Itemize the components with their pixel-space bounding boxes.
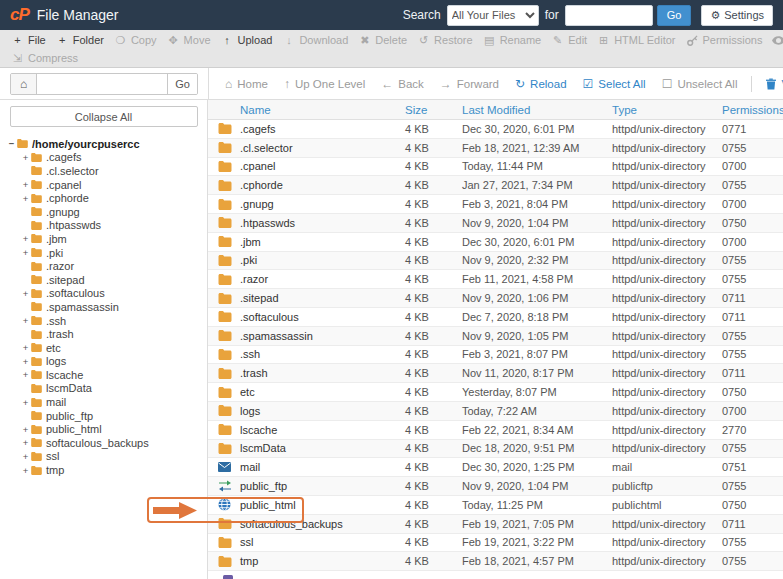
collapse-all-button[interactable]: Collapse All bbox=[10, 106, 198, 127]
tree-item-etc[interactable]: +etc bbox=[20, 341, 207, 355]
toolbar-button-folder[interactable]: +Folder bbox=[56, 34, 104, 46]
nav-button-select-all[interactable]: ☑Select All bbox=[583, 77, 646, 91]
tree-root-item[interactable]: −/home/yourcpusercc bbox=[6, 137, 207, 151]
table-row-tmp[interactable]: tmp4 KBFeb 18, 2021, 4:57 PMhttpd/unix-d… bbox=[208, 552, 783, 571]
table-row--cphorde[interactable]: .cphorde4 KBJan 27, 2021, 7:34 PMhttpd/u… bbox=[208, 176, 783, 195]
toolbar-button-html-editor[interactable]: ⊞HTML Editor bbox=[597, 34, 675, 47]
table-row--softaculous[interactable]: .softaculous4 KBDec 7, 2020, 8:18 PMhttp… bbox=[208, 308, 783, 327]
table-row-softaculous-backups[interactable]: softaculous_backups4 KBFeb 19, 2021, 7:0… bbox=[208, 515, 783, 534]
tree-item--trash[interactable]: .trash bbox=[20, 327, 207, 341]
nav-button-reload[interactable]: ↻Reload bbox=[515, 77, 567, 91]
toolbar-button-delete[interactable]: ✖Delete bbox=[358, 34, 407, 47]
collapse-expander-icon[interactable]: − bbox=[6, 138, 17, 149]
toolbar-button-permissions[interactable]: Permissions bbox=[686, 34, 763, 46]
expand-icon[interactable]: + bbox=[20, 397, 31, 408]
tree-item--ssh[interactable]: +.ssh bbox=[20, 314, 207, 328]
path-input[interactable] bbox=[37, 74, 167, 94]
tree-item--razor[interactable]: .razor bbox=[20, 259, 207, 273]
toolbar-button-upload[interactable]: ↑Upload bbox=[221, 34, 273, 46]
table-row--cl-selector[interactable]: .cl.selector4 KBFeb 18, 2021, 12:39 AMht… bbox=[208, 139, 783, 158]
column-header-size[interactable]: Size bbox=[405, 104, 462, 116]
toolbar-button-edit[interactable]: ✎Edit bbox=[551, 34, 587, 47]
search-go-button[interactable]: Go bbox=[657, 5, 692, 26]
nav-button-back[interactable]: ←Back bbox=[381, 77, 424, 91]
tree-item-tmp[interactable]: +tmp bbox=[20, 463, 207, 477]
tree-item--gnupg[interactable]: .gnupg bbox=[20, 205, 207, 219]
expand-icon[interactable]: + bbox=[20, 451, 31, 462]
table-row-mail[interactable]: mail4 KBDec 30, 2020, 1:25 PMmail0751 bbox=[208, 458, 783, 477]
tree-item-ssl[interactable]: +ssl bbox=[20, 450, 207, 464]
tree-item--spamassassin[interactable]: .spamassassin bbox=[20, 300, 207, 314]
tree-item-mail[interactable]: +mail bbox=[20, 395, 207, 409]
nav-button-up-one-level[interactable]: ↑Up One Level bbox=[284, 77, 365, 91]
toolbar-button-download[interactable]: ↓Download bbox=[282, 34, 348, 46]
expand-icon[interactable]: + bbox=[20, 437, 31, 448]
table-row--trash[interactable]: .trash4 KBNov 11, 2020, 8:17 PMhttpd/uni… bbox=[208, 364, 783, 383]
tree-item--softaculous[interactable]: +.softaculous bbox=[20, 287, 207, 301]
settings-button[interactable]: ⚙ Settings bbox=[701, 5, 773, 26]
tree-item--pki[interactable]: +.pki bbox=[20, 246, 207, 260]
table-row--cagefs[interactable]: .cagefs4 KBDec 30, 2020, 6:01 PMhttpd/un… bbox=[208, 120, 783, 139]
tree-item--htpasswds[interactable]: .htpasswds bbox=[20, 219, 207, 233]
path-go-button[interactable]: Go bbox=[167, 74, 197, 94]
table-row-public-ftp[interactable]: public_ftp4 KBNov 9, 2020, 1:04 PMpublic… bbox=[208, 477, 783, 496]
expand-icon[interactable]: + bbox=[20, 152, 31, 163]
tree-item--sitepad[interactable]: .sitepad bbox=[20, 273, 207, 287]
table-row--jbm[interactable]: .jbm4 KBDec 30, 2020, 6:01 PMhttpd/unix-… bbox=[208, 233, 783, 252]
table-row--razor[interactable]: .razor4 KBFeb 11, 2021, 4:58 PMhttpd/uni… bbox=[208, 270, 783, 289]
nav-button-forward[interactable]: →Forward bbox=[440, 77, 499, 91]
tree-item-public-html[interactable]: +public_html bbox=[20, 422, 207, 436]
toolbar-button-copy[interactable]: ❍Copy bbox=[114, 34, 157, 47]
tree-item--jbm[interactable]: +.jbm bbox=[20, 232, 207, 246]
toolbar-button-move[interactable]: ✥Move bbox=[167, 34, 211, 47]
table-row-public-html[interactable]: public_html4 KBToday, 11:25 PMpublichtml… bbox=[208, 496, 783, 515]
expand-icon[interactable]: + bbox=[20, 315, 31, 326]
nav-button-view-trash[interactable]: View Trash bbox=[766, 78, 783, 90]
table-row-logs[interactable]: logs4 KBToday, 7:22 AMhttpd/unix-directo… bbox=[208, 402, 783, 421]
table-row--spamassassin[interactable]: .spamassassin4 KBNov 9, 2020, 1:05 PMhtt… bbox=[208, 327, 783, 346]
tree-item--cpanel[interactable]: +.cpanel bbox=[20, 178, 207, 192]
toolbar-button-view[interactable]: View bbox=[772, 34, 783, 46]
expand-icon[interactable]: + bbox=[20, 424, 31, 435]
toolbar-button-rename[interactable]: ▤Rename bbox=[483, 34, 542, 47]
table-row-lscache[interactable]: lscache4 KBFeb 22, 2021, 8:34 AMhttpd/un… bbox=[208, 421, 783, 440]
table-row--htpasswds[interactable]: .htpasswds4 KBNov 9, 2020, 1:04 PMhttpd/… bbox=[208, 214, 783, 233]
table-row--gnupg[interactable]: .gnupg4 KBFeb 3, 2021, 8:04 PMhttpd/unix… bbox=[208, 195, 783, 214]
expand-icon[interactable]: + bbox=[20, 193, 31, 204]
table-row--pki[interactable]: .pki4 KBNov 9, 2020, 2:32 PMhttpd/unix-d… bbox=[208, 252, 783, 271]
expand-icon[interactable]: + bbox=[20, 342, 31, 353]
expand-icon[interactable]: + bbox=[20, 356, 31, 367]
table-row-etc[interactable]: etc4 KBYesterday, 8:07 PMhttpd/unix-dire… bbox=[208, 383, 783, 402]
tree-item-lscmdata[interactable]: lscmData bbox=[20, 382, 207, 396]
table-row-lscmdata[interactable]: lscmData4 KBDec 18, 2020, 9:51 PMhttpd/u… bbox=[208, 440, 783, 459]
expand-icon[interactable]: + bbox=[20, 233, 31, 244]
toolbar-button-file[interactable]: +File bbox=[11, 34, 46, 46]
toolbar-button-compress[interactable]: ⇲Compress bbox=[11, 52, 78, 65]
tree-item-softaculous-backups[interactable]: +softaculous_backups bbox=[20, 436, 207, 450]
table-row--sitepad[interactable]: .sitepad4 KBNov 9, 2020, 1:06 PMhttpd/un… bbox=[208, 289, 783, 308]
table-row-ssl[interactable]: ssl4 KBFeb 19, 2021, 3:22 PMhttpd/unix-d… bbox=[208, 534, 783, 553]
search-scope-select[interactable]: All Your Files bbox=[447, 5, 539, 26]
home-icon[interactable]: ⌂ bbox=[11, 74, 37, 94]
tree-item-public-ftp[interactable]: public_ftp bbox=[20, 409, 207, 423]
expand-icon[interactable]: + bbox=[20, 179, 31, 190]
tree-item--cl-selector[interactable]: .cl.selector bbox=[20, 164, 207, 178]
expand-icon[interactable]: + bbox=[20, 247, 31, 258]
search-input[interactable] bbox=[565, 5, 653, 26]
column-header-last-modified[interactable]: Last Modified bbox=[462, 104, 612, 116]
column-header-permissions[interactable]: Permissions bbox=[722, 104, 783, 116]
nav-button-unselect-all[interactable]: ☐Unselect All bbox=[662, 77, 738, 91]
toolbar-button-restore[interactable]: ↺Restore bbox=[417, 34, 473, 47]
expand-icon[interactable]: + bbox=[20, 288, 31, 299]
column-header-name[interactable]: Name bbox=[240, 104, 405, 116]
table-row--ssh[interactable]: .ssh4 KBFeb 3, 2021, 8:07 PMhttpd/unix-d… bbox=[208, 346, 783, 365]
table-row--cpanel[interactable]: .cpanel4 KBToday, 11:44 PMhttpd/unix-dir… bbox=[208, 158, 783, 177]
expand-icon[interactable]: + bbox=[20, 369, 31, 380]
nav-button-home[interactable]: ⌂Home bbox=[225, 77, 268, 91]
tree-item--cphorde[interactable]: +.cphorde bbox=[20, 191, 207, 205]
tree-item--cagefs[interactable]: +.cagefs bbox=[20, 151, 207, 165]
tree-item-lscache[interactable]: +lscache bbox=[20, 368, 207, 382]
tree-item-logs[interactable]: +logs bbox=[20, 355, 207, 369]
expand-icon[interactable]: + bbox=[20, 465, 31, 476]
column-header-type[interactable]: Type bbox=[612, 104, 722, 116]
